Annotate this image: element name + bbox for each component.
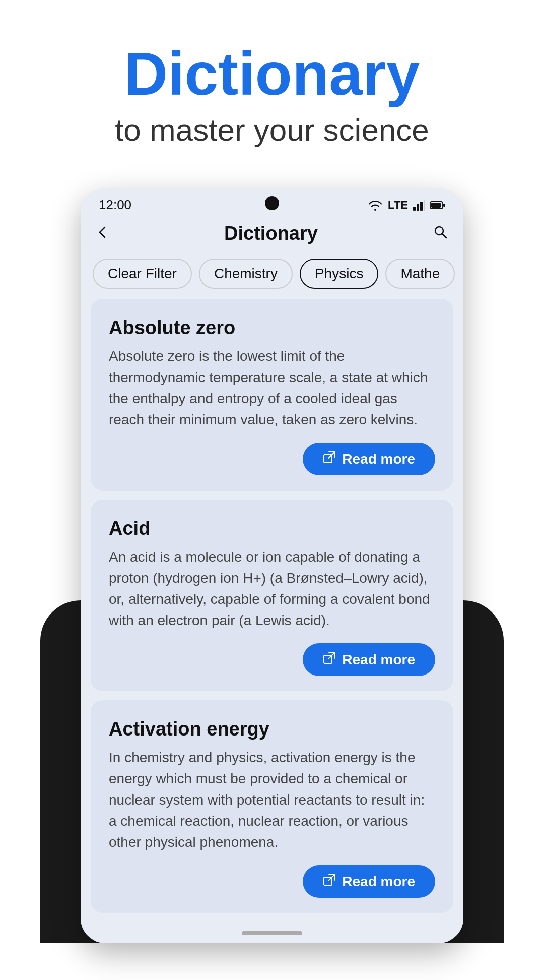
card-body-acid: An acid is a molecule or ion capable of … <box>109 546 435 631</box>
status-icons: LTE <box>368 199 445 212</box>
battery-icon <box>430 201 445 210</box>
card-title-activation-energy: Activation energy <box>109 718 435 740</box>
svg-rect-1 <box>417 204 419 211</box>
read-more-button-acid[interactable]: Read more <box>303 643 435 676</box>
card-title-acid: Acid <box>109 518 435 539</box>
external-link-icon <box>323 451 336 467</box>
card-footer-activation-energy: Read more <box>109 865 435 898</box>
svg-rect-6 <box>431 203 441 208</box>
svg-rect-2 <box>420 202 423 211</box>
camera-dot <box>265 196 279 210</box>
external-link-icon-2 <box>323 651 336 668</box>
filter-chip-math[interactable]: Mathe <box>385 259 455 289</box>
svg-rect-5 <box>443 204 445 207</box>
hero-title: Dictionary <box>30 40 514 107</box>
read-more-label-2: Read more <box>342 874 415 890</box>
card-footer-absolute-zero: Read more <box>109 443 435 475</box>
card-acid: Acid An acid is a molecule or ion capabl… <box>91 500 453 691</box>
bottom-bar <box>81 923 463 943</box>
hero-subtitle: to master your science <box>30 112 514 148</box>
signal-icon <box>413 200 425 211</box>
read-more-button-absolute-zero[interactable]: Read more <box>303 443 435 475</box>
filter-chip-clear[interactable]: Clear Filter <box>93 259 192 289</box>
card-body-activation-energy: In chemistry and physics, activation ene… <box>109 747 435 853</box>
filter-chip-physics[interactable]: Physics <box>300 259 378 289</box>
phone-wrapper: 12:00 LTE <box>81 188 463 943</box>
lte-text: LTE <box>388 199 408 212</box>
card-footer-acid: Read more <box>109 643 435 676</box>
app-bar-title: Dictionary <box>224 223 318 244</box>
read-more-button-activation-energy[interactable]: Read more <box>303 865 435 898</box>
svg-rect-0 <box>413 207 416 211</box>
card-activation-energy: Activation energy In chemistry and physi… <box>91 700 453 913</box>
card-absolute-zero: Absolute zero Absolute zero is the lowes… <box>91 299 453 491</box>
filter-chip-chemistry[interactable]: Chemistry <box>199 259 293 289</box>
card-body-absolute-zero: Absolute zero is the lowest limit of the… <box>109 346 435 431</box>
back-button[interactable] <box>96 224 110 243</box>
wifi-icon <box>368 200 383 211</box>
read-more-label-0: Read more <box>342 451 415 467</box>
read-more-label-1: Read more <box>342 652 415 668</box>
hero-section: Dictionary to master your science <box>0 0 544 168</box>
home-indicator <box>242 931 302 935</box>
card-title-absolute-zero: Absolute zero <box>109 317 435 339</box>
status-time: 12:00 <box>99 197 131 213</box>
app-bar: Dictionary <box>81 217 463 254</box>
svg-rect-3 <box>424 200 425 211</box>
filter-row: Clear Filter Chemistry Physics Mathe <box>81 254 463 299</box>
cards-list: Absolute zero Absolute zero is the lowes… <box>81 299 463 923</box>
search-button[interactable] <box>432 224 448 244</box>
phone-frame: 12:00 LTE <box>81 188 463 943</box>
external-link-icon-3 <box>323 873 336 890</box>
status-bar: 12:00 LTE <box>81 188 463 217</box>
